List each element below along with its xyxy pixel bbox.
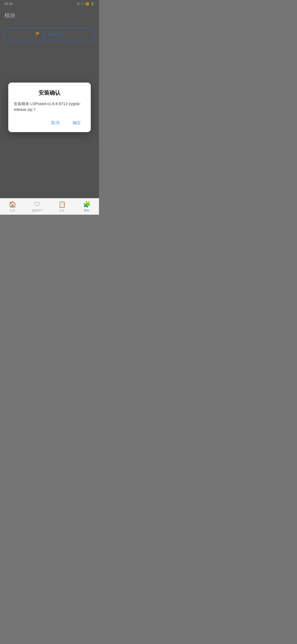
logs-icon: 📋 [58,201,66,208]
nav-item-logs[interactable]: 📋 日志 [50,199,74,214]
dialog-actions: 取消 确定 [14,118,85,128]
dialog-overlay: 安装确认 安装模块 LSPosed-v1.8.6-6712-zygisk-rel… [0,0,99,215]
confirm-button[interactable]: 确定 [68,118,85,128]
nav-label-logs: 日志 [59,209,65,212]
dialog-title: 安装确认 [14,89,85,97]
superuser-icon: 🛡 [34,201,40,208]
bottom-navigation: 🏠 主页 🛡 超级用户 📋 日志 🧩 模块 [0,198,99,215]
nav-label-superuser: 超级用户 [32,209,43,212]
cancel-button[interactable]: 取消 [47,118,64,128]
nav-label-modules: 模块 [84,209,89,212]
nav-item-superuser[interactable]: 🛡 超级用户 [25,199,50,214]
dialog-message: 安装模块 LSPosed-v1.8.6-6712-zygisk-release.… [14,101,85,113]
nav-item-modules[interactable]: 🧩 模块 [74,199,99,214]
install-confirm-dialog: 安装确认 安装模块 LSPosed-v1.8.6-6712-zygisk-rel… [8,83,91,132]
modules-icon: 🧩 [83,201,90,208]
home-icon: 🏠 [9,201,16,208]
nav-item-home[interactable]: 🏠 主页 [0,199,25,214]
nav-label-home: 主页 [10,209,15,212]
